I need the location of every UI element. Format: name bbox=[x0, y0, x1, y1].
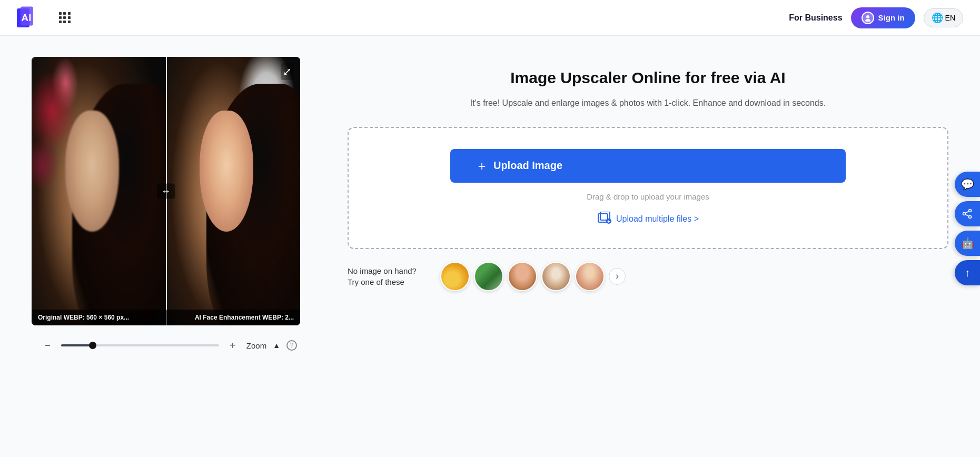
logo[interactable]: AI bbox=[17, 6, 48, 29]
zoom-slider-thumb[interactable] bbox=[89, 342, 96, 349]
samples-next-arrow[interactable]: › bbox=[609, 268, 626, 285]
zoom-label: Zoom bbox=[246, 341, 266, 350]
ai-assistant-float-button[interactable]: 🤖 bbox=[955, 231, 980, 256]
lang-label: EN bbox=[945, 14, 955, 22]
zoom-in-button[interactable]: + bbox=[225, 338, 240, 353]
globe-icon: 🌐 bbox=[932, 12, 943, 24]
samples-row: No image on hand? Try one of these › bbox=[348, 262, 948, 291]
zoom-controls: − + Zoom ▲ ? bbox=[32, 334, 305, 357]
svg-point-11 bbox=[969, 216, 972, 218]
drag-drop-text: Drag & drop to upload your images bbox=[365, 192, 930, 201]
zoom-up-icon: ▲ bbox=[273, 341, 280, 350]
image-compare[interactable]: ↔ ⤢ Original WEBP: 560 × 560 px... AI Fa… bbox=[32, 57, 300, 325]
for-business-link[interactable]: For Business bbox=[789, 13, 842, 23]
upload-multiple-label: Upload multiple files > bbox=[616, 214, 699, 224]
language-button[interactable]: 🌐 EN bbox=[924, 8, 963, 27]
svg-point-9 bbox=[969, 210, 972, 212]
zoom-out-button[interactable]: − bbox=[40, 338, 55, 353]
chat-float-button[interactable]: 💬 bbox=[955, 172, 980, 197]
left-panel: ↔ ⤢ Original WEBP: 560 × 560 px... AI Fa… bbox=[32, 57, 305, 436]
zoom-slider[interactable] bbox=[61, 344, 219, 346]
grid-menu-icon[interactable] bbox=[59, 12, 71, 23]
svg-point-3 bbox=[866, 15, 869, 18]
portrait-face-right bbox=[200, 111, 253, 232]
hero-subtitle: It's free! Upscale and enlarge images & … bbox=[348, 96, 948, 110]
header: AI For Business Sign in 🌐 EN bbox=[0, 0, 980, 36]
header-left: AI bbox=[17, 6, 71, 29]
sign-in-button[interactable]: Sign in bbox=[851, 7, 915, 28]
sample-thumb-car[interactable] bbox=[440, 262, 470, 291]
enhanced-label: AI Face Enhancement WEBP: 2... bbox=[166, 310, 300, 325]
floating-buttons: 💬 🤖 ↑ bbox=[955, 172, 980, 285]
samples-label: No image on hand? Try one of these bbox=[348, 265, 432, 287]
upload-image-button[interactable]: ＋ Upload Image bbox=[450, 149, 846, 183]
upload-multiple-icon: + bbox=[597, 212, 612, 227]
header-right: For Business Sign in 🌐 EN bbox=[789, 7, 963, 28]
zoom-slider-fill bbox=[61, 344, 93, 346]
svg-text:+: + bbox=[607, 219, 610, 224]
main-content: ↔ ⤢ Original WEBP: 560 × 560 px... AI Fa… bbox=[0, 36, 980, 457]
upload-area[interactable]: ＋ Upload Image Drag & drop to upload you… bbox=[348, 127, 948, 249]
zoom-help-icon[interactable]: ? bbox=[286, 340, 297, 351]
upload-button-label: Upload Image bbox=[493, 160, 562, 172]
enhanced-image bbox=[166, 57, 300, 325]
original-image bbox=[32, 57, 166, 325]
svg-point-10 bbox=[963, 213, 966, 215]
sign-in-label: Sign in bbox=[878, 13, 905, 22]
sample-thumb-family[interactable] bbox=[541, 262, 571, 291]
blur-overlay bbox=[32, 57, 166, 325]
svg-line-12 bbox=[966, 212, 969, 213]
expand-icon[interactable]: ⤢ bbox=[281, 63, 294, 80]
sample-thumbs: › bbox=[440, 262, 626, 291]
right-panel: Image Upscaler Online for free via AI It… bbox=[348, 57, 948, 436]
hero-title: Image Upscaler Online for free via AI bbox=[348, 67, 948, 88]
image-labels: Original WEBP: 560 × 560 px... AI Face E… bbox=[32, 310, 300, 325]
scroll-top-float-button[interactable]: ↑ bbox=[955, 260, 980, 285]
svg-point-4 bbox=[865, 19, 870, 22]
svg-line-13 bbox=[966, 215, 969, 216]
avatar-icon bbox=[862, 12, 874, 24]
share-float-button[interactable] bbox=[955, 201, 980, 226]
sample-thumb-woman2[interactable] bbox=[575, 262, 605, 291]
original-label: Original WEBP: 560 × 560 px... bbox=[32, 310, 166, 325]
divider-arrows: ↔ bbox=[157, 184, 175, 199]
sample-thumb-road[interactable] bbox=[474, 262, 503, 291]
upload-multiple-link[interactable]: + Upload multiple files > bbox=[597, 212, 699, 227]
sample-thumb-woman1[interactable] bbox=[508, 262, 537, 291]
upload-plus-icon: ＋ bbox=[476, 157, 488, 174]
svg-text:AI: AI bbox=[22, 12, 32, 23]
